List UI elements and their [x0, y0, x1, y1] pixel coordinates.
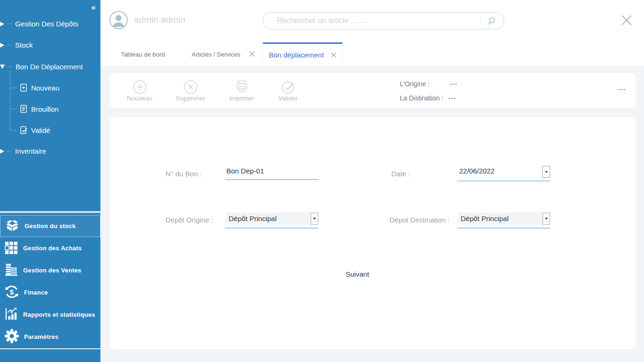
sidebar: « Gestion Des Dépôts Stock Bon De Déplac… [0, 0, 100, 362]
sidebar-collapse-icon[interactable]: « [91, 3, 96, 12]
content: Nouveau Supprimer [100, 66, 644, 362]
depot-destination-label: Dépot Destination : [389, 216, 450, 224]
tree-connector [10, 88, 17, 88]
date-field-wrap [457, 166, 550, 181]
chevron-right-icon[interactable] [0, 43, 4, 48]
close-icon[interactable] [620, 14, 633, 26]
tab-close-icon[interactable] [249, 50, 255, 59]
date-dropdown-button[interactable] [542, 166, 550, 178]
dropdown-button[interactable] [311, 213, 318, 225]
sidebar-item-label: Gestion Des Dépôts [15, 20, 78, 28]
imprimer-button[interactable]: Imprimer [220, 79, 264, 102]
grid-icon [4, 240, 18, 256]
module-parametres[interactable]: Paramètres [0, 326, 100, 348]
check-circle-icon [266, 79, 310, 95]
module-label: Gestion des Ventes [23, 267, 82, 274]
sidebar-item-nouveau[interactable]: Nouveau [10, 83, 59, 92]
date-input[interactable] [457, 166, 533, 175]
file-plus-icon [20, 83, 28, 92]
tab-close-icon[interactable] [330, 52, 337, 58]
gear-icon [4, 329, 19, 346]
date-label: Date : [391, 170, 410, 178]
sidebar-item-gestion-des-depots[interactable]: Gestion Des Dépôts [0, 20, 78, 28]
destination-info: La Distination :--- [400, 94, 456, 102]
button-label: Imprimer [220, 95, 264, 102]
depot-origine-select[interactable]: Dépôt Principal [225, 213, 318, 225]
module-rapports-et-statistiques[interactable]: $ Rapports et statistiques [0, 304, 100, 326]
search-input[interactable] [264, 13, 471, 29]
module-gestion-des-ventes[interactable]: Gestion des Ventes [0, 259, 100, 281]
tab-bon-deplacement[interactable]: Bon déplacement [263, 42, 343, 66]
file-check-icon [20, 126, 28, 134]
search-icon[interactable] [487, 16, 496, 27]
button-label: Supprimer [169, 95, 212, 102]
origin-value: --- [449, 80, 457, 88]
svg-text:$: $ [10, 310, 13, 314]
sidebar-item-brouillon[interactable]: Brouillon [10, 105, 58, 113]
origin-info: L'Origine :--- [400, 80, 457, 88]
chevron-right-icon[interactable] [0, 22, 4, 26]
selected-value: Dépôt Principal [225, 213, 318, 222]
supprimer-button[interactable]: Supprimer [169, 79, 212, 102]
sidebar-item-label: Bon De Déplacement [16, 63, 83, 71]
destination-label: La Distination : [400, 94, 444, 102]
module-label: Rapports et statistiques [23, 311, 95, 318]
chart-stats-icon: $ [4, 307, 18, 323]
nouveau-button[interactable]: Nouveau [118, 79, 161, 102]
valider-button[interactable]: Valider [266, 79, 310, 102]
chevron-down-icon[interactable] [0, 65, 5, 69]
user-icon [110, 12, 127, 28]
sidebar-item-label: Stock [15, 41, 33, 49]
sidebar-divider [0, 211, 100, 213]
printer-icon [220, 79, 264, 95]
dollar-cycle-icon: $ [4, 284, 19, 301]
button-label: Valider [266, 95, 310, 102]
bon-input[interactable] [225, 167, 318, 180]
building-icon [4, 263, 18, 279]
tree-connector [10, 109, 17, 109]
tab-tableau-de-bord[interactable]: Tableau de bord [115, 42, 171, 66]
field-underline [457, 228, 550, 229]
module-gestion-des-achats[interactable]: Gestion des Achats [0, 237, 100, 259]
module-label: Paramètres [24, 333, 58, 340]
depot-destination-select[interactable]: Dépôt Principal [457, 213, 550, 225]
dropdown-button[interactable] [543, 213, 550, 225]
sidebar-item-valide[interactable]: Validé [10, 126, 50, 134]
button-label: Nouveau [118, 95, 161, 102]
sidebar-item-label: Validé [31, 126, 50, 134]
module-finance[interactable]: $ Finance [0, 281, 100, 304]
tab-label: Bon déplacement [269, 51, 324, 59]
depot-origine-field: Dépôt Principal [225, 213, 318, 229]
depot-destination-field: Dépôt Principal [457, 213, 550, 229]
suivant-button[interactable]: Suivant [346, 270, 369, 278]
caret-down-icon [313, 218, 316, 220]
header: admin admin Tableau de bord Articles / S… [100, 0, 644, 66]
toolbar: Nouveau Supprimer [110, 73, 636, 107]
module-label: Gestion du stock [25, 222, 76, 230]
sidebar-item-bon-de-deplacement[interactable]: Bon De Déplacement [0, 63, 83, 71]
search-divider [480, 16, 481, 25]
chevron-right-icon[interactable] [0, 149, 4, 154]
avatar [109, 11, 128, 29]
origin-label: L'Origine : [400, 80, 429, 88]
sidebar-item-inventaire[interactable]: Inventaire [0, 147, 46, 155]
module-gestion-du-stock[interactable]: Gestion du stock [0, 215, 100, 237]
tree-connector [8, 151, 12, 151]
sidebar-item-label: Inventaire [15, 147, 46, 155]
open-box-icon [5, 218, 20, 234]
svg-text:$: $ [10, 288, 14, 296]
file-text-icon [20, 105, 28, 113]
tree-connector [8, 45, 12, 45]
plus-circle-icon [118, 79, 161, 95]
search-box [263, 12, 504, 30]
x-circle-icon [169, 79, 212, 95]
bon-field-wrap [225, 167, 318, 180]
tab-articles-services[interactable]: Articles / Services [185, 42, 247, 66]
main-area: admin admin Tableau de bord Articles / S… [100, 0, 644, 362]
module-label: Finance [24, 289, 48, 296]
sidebar-item-stock[interactable]: Stock [0, 41, 33, 49]
tree-branch-line [10, 71, 10, 131]
tree-connector [8, 66, 12, 67]
destination-value: --- [448, 94, 456, 102]
tree-connector [10, 130, 17, 131]
